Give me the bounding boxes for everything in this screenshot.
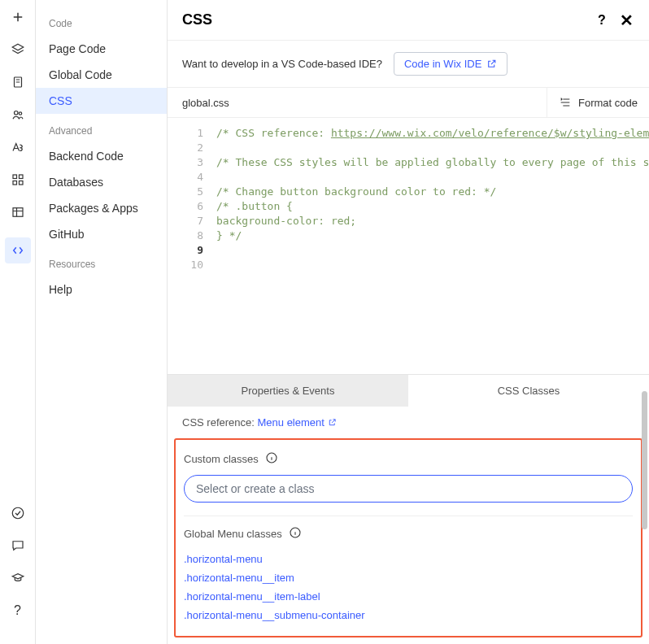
apps-icon[interactable]	[11, 172, 25, 187]
code-icon[interactable]	[5, 237, 31, 263]
class-item[interactable]: .horizontal-menu__item	[184, 568, 633, 587]
open-ide-button[interactable]: Code in Wix IDE	[394, 52, 507, 76]
people-icon[interactable]	[11, 107, 25, 122]
svg-point-8	[12, 507, 24, 519]
sidebar-item-packages[interactable]: Packages & Apps	[36, 195, 167, 221]
code-line: } */	[216, 228, 649, 243]
scrollbar[interactable]	[642, 391, 647, 529]
svg-rect-5	[13, 181, 17, 185]
svg-rect-4	[19, 175, 23, 179]
sidebar-item-help[interactable]: Help	[36, 276, 167, 302]
global-classes-label: Global Menu classes	[184, 528, 282, 540]
code-line	[216, 141, 649, 155]
help-icon[interactable]: ?	[11, 603, 25, 618]
code-line: /* Change button background color to red…	[216, 185, 649, 199]
sidebar-item-databases[interactable]: Databases	[36, 169, 167, 195]
sidebar-item-page-code[interactable]: Page Code	[36, 36, 167, 62]
custom-classes-label: Custom classes	[184, 453, 259, 465]
file-name: global.css	[168, 89, 547, 117]
sidebar-section-code: Code	[36, 7, 167, 36]
page-icon[interactable]	[11, 75, 25, 89]
code-line: /* CSS reference: https://www.wix.com/ve…	[216, 126, 649, 141]
tab-css-classes[interactable]: CSS Classes	[408, 375, 649, 407]
education-icon[interactable]	[11, 571, 25, 585]
main-header: CSS ? ✕	[168, 0, 649, 41]
code-line: background-color: red;	[216, 214, 649, 228]
code-editor[interactable]: 12345678910 /* CSS reference: https://ww…	[168, 118, 649, 374]
format-code-button[interactable]: Format code	[547, 88, 649, 117]
class-input[interactable]	[184, 475, 633, 503]
css-reference-row: CSS reference: Menu element	[168, 407, 649, 438]
global-classes-heading: Global Menu classes	[184, 526, 633, 542]
code-line: /* .button {	[216, 199, 649, 214]
code-line	[216, 170, 649, 185]
svg-rect-6	[19, 181, 23, 185]
external-link-icon	[486, 59, 497, 69]
class-item[interactable]: .horizontal-menu	[184, 550, 633, 568]
help-button[interactable]: ?	[594, 12, 610, 28]
page-title: CSS	[182, 11, 586, 28]
global-class-list: .horizontal-menu .horizontal-menu__item …	[184, 550, 633, 624]
svg-rect-3	[13, 175, 17, 179]
plus-icon[interactable]	[11, 10, 25, 24]
table-icon[interactable]	[11, 205, 25, 220]
line-gutter: 12345678910	[168, 118, 211, 374]
format-icon	[559, 96, 572, 109]
code-area[interactable]: /* CSS reference: https://www.wix.com/ve…	[211, 118, 649, 374]
check-icon[interactable]	[11, 506, 25, 520]
custom-classes-heading: Custom classes	[184, 451, 633, 467]
ide-banner: Want to develop in a VS Code-based IDE? …	[168, 41, 649, 88]
icon-rail: ?	[0, 0, 36, 644]
main: CSS ? ✕ Want to develop in a VS Code-bas…	[168, 0, 649, 644]
external-link-icon	[328, 418, 337, 427]
code-line	[216, 258, 649, 272]
code-line: /* These CSS styles will be applied glob…	[216, 155, 649, 170]
sidebar-item-css[interactable]: CSS	[36, 88, 167, 114]
bottom-panel: Properties & Events CSS Classes CSS refe…	[168, 374, 649, 644]
code-line	[216, 243, 649, 258]
sidebar-item-github[interactable]: GitHub	[36, 221, 167, 247]
css-reference-label: CSS reference:	[182, 416, 255, 429]
sidebar-item-global-code[interactable]: Global Code	[36, 62, 167, 88]
css-reference-link-text: Menu element	[258, 416, 324, 429]
close-button[interactable]: ✕	[618, 12, 634, 28]
divider	[184, 516, 633, 516]
chat-icon[interactable]	[11, 538, 25, 553]
sidebar-section-advanced: Advanced	[36, 114, 167, 143]
typography-icon[interactable]	[11, 140, 25, 154]
svg-point-2	[19, 112, 21, 115]
css-classes-panel: Custom classes Global Menu classes .hori…	[174, 438, 642, 637]
svg-rect-7	[13, 208, 23, 217]
class-item[interactable]: .horizontal-menu__item-label	[184, 587, 633, 606]
info-icon[interactable]	[265, 451, 278, 467]
svg-point-1	[14, 111, 18, 115]
panel-tabs: Properties & Events CSS Classes	[168, 375, 649, 407]
layers-icon[interactable]	[11, 42, 25, 57]
tab-properties-events[interactable]: Properties & Events	[168, 375, 408, 407]
sidebar-item-backend-code[interactable]: Backend Code	[36, 143, 167, 169]
info-icon[interactable]	[289, 526, 302, 542]
class-item[interactable]: .horizontal-menu__submenu-container	[184, 606, 633, 624]
ide-banner-text: Want to develop in a VS Code-based IDE?	[182, 58, 382, 70]
css-reference-link[interactable]: Menu element	[258, 416, 337, 429]
sidebar: Code Page Code Global Code CSS Advanced …	[36, 0, 168, 644]
open-ide-label: Code in Wix IDE	[404, 58, 481, 70]
sidebar-section-resources: Resources	[36, 247, 167, 276]
format-label: Format code	[578, 97, 638, 109]
file-header: global.css Format code	[168, 88, 649, 118]
